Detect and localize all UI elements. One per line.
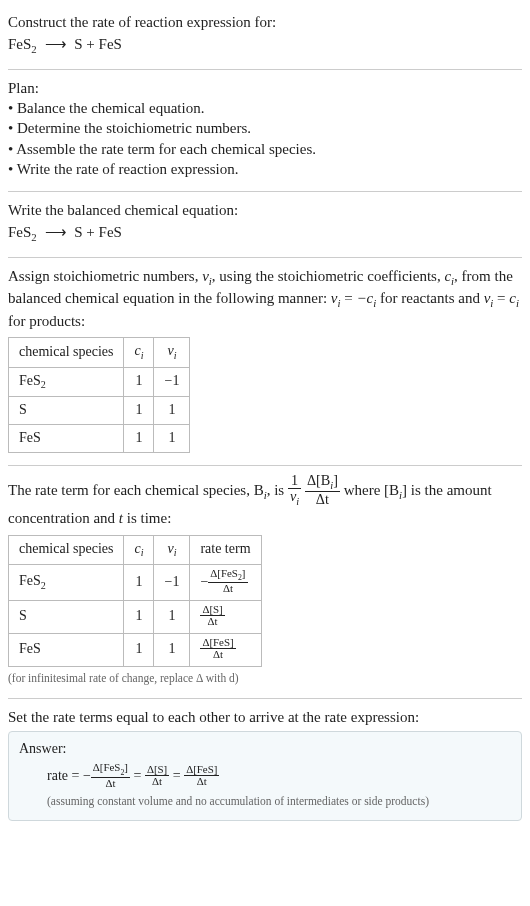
reaction-arrow-icon: ⟶ <box>41 36 71 52</box>
plan-item: • Write the rate of reaction expression. <box>8 159 522 179</box>
plus-sign: + <box>86 224 94 240</box>
plan-item: • Determine the stoichiometric numbers. <box>8 118 522 138</box>
cell-nui: −1 <box>154 565 190 601</box>
fraction-one-over-nu: 1 νi <box>288 473 301 508</box>
col-rate: rate term <box>190 535 261 564</box>
cell-nui: 1 <box>154 600 190 633</box>
plan-list: • Balance the chemical equation. • Deter… <box>8 98 522 179</box>
cell-ci: 1 <box>124 565 154 601</box>
rate-fraction: Δ[S] Δt <box>145 764 169 788</box>
stoich-section: Assign stoichiometric numbers, νi, using… <box>8 260 522 463</box>
cell-ci: 1 <box>124 424 154 452</box>
reactant-fes2: FeS2 <box>8 36 37 52</box>
balance-heading: Write the balanced chemical equation: <box>8 200 522 220</box>
col-ci: ci <box>124 338 154 367</box>
reactant-fes2: FeS2 <box>8 224 37 240</box>
cell-species: FeS2 <box>9 367 124 396</box>
reaction-arrow-icon: ⟶ <box>41 224 71 240</box>
divider <box>8 257 522 258</box>
cell-ci: 1 <box>124 367 154 396</box>
cell-species: FeS <box>9 633 124 666</box>
cell-species: S <box>9 600 124 633</box>
rate-fraction: Δ[FeS] Δt <box>184 764 219 788</box>
cell-nui: 1 <box>154 397 190 425</box>
cell-ci: 1 <box>124 600 154 633</box>
cell-rateterm: − Δ[FeS2] Δt <box>190 565 261 601</box>
divider <box>8 698 522 699</box>
col-nui: νi <box>154 338 190 367</box>
rateterm-footnote: (for infinitesimal rate of change, repla… <box>8 671 522 687</box>
product-fes: FeS <box>99 224 122 240</box>
cell-species: S <box>9 397 124 425</box>
plan-item: • Assemble the rate term for each chemic… <box>8 139 522 159</box>
plan-section: Plan: • Balance the chemical equation. •… <box>8 72 522 189</box>
answer-label: Answer: <box>19 740 511 759</box>
stoich-table: chemical species ci νi FeS2 1 −1 S 1 1 F… <box>8 337 190 453</box>
col-species: chemical species <box>9 535 124 564</box>
table-row: S 1 1 <box>9 397 190 425</box>
table-row: FeS2 1 −1 <box>9 367 190 396</box>
table-row: FeS2 1 −1 − Δ[FeS2] Δt <box>9 565 262 601</box>
divider <box>8 191 522 192</box>
product-s: S <box>74 36 82 52</box>
rate-fraction: Δ[FeS2] Δt <box>208 568 247 595</box>
cell-species: FeS <box>9 424 124 452</box>
divider <box>8 465 522 466</box>
cell-rateterm: Δ[FeS] Δt <box>190 633 261 666</box>
final-section: Set the rate terms equal to each other t… <box>8 701 522 831</box>
plan-heading: Plan: <box>8 78 522 98</box>
prompt-equation: FeS2 ⟶ S + FeS <box>8 34 522 57</box>
table-row: FeS 1 1 <box>9 424 190 452</box>
table-row: S 1 1 Δ[S] Δt <box>9 600 262 633</box>
rateterm-section: The rate term for each chemical species,… <box>8 468 522 696</box>
rateterm-table: chemical species ci νi rate term FeS2 1 … <box>8 535 262 667</box>
answer-box: Answer: rate = − Δ[FeS2] Δt = Δ[S] Δt = … <box>8 731 522 820</box>
balance-section: Write the balanced chemical equation: Fe… <box>8 194 522 255</box>
table-header-row: chemical species ci νi <box>9 338 190 367</box>
col-species: chemical species <box>9 338 124 367</box>
table-header-row: chemical species ci νi rate term <box>9 535 262 564</box>
cell-ci: 1 <box>124 633 154 666</box>
product-s: S <box>74 224 82 240</box>
cell-nui: 1 <box>154 633 190 666</box>
rate-fraction: Δ[FeS] Δt <box>200 637 235 661</box>
cell-nui: 1 <box>154 424 190 452</box>
cell-nui: −1 <box>154 367 190 396</box>
col-ci: ci <box>124 535 154 564</box>
balanced-equation: FeS2 ⟶ S + FeS <box>8 222 522 245</box>
fraction-dbi-dt: Δ[Bi] Δt <box>305 473 340 508</box>
plan-item: • Balance the chemical equation. <box>8 98 522 118</box>
rate-fraction: Δ[FeS2] Δt <box>91 762 130 789</box>
rate-expression: rate = − Δ[FeS2] Δt = Δ[S] Δt = Δ[FeS] Δ… <box>19 763 511 790</box>
answer-assumption: (assuming constant volume and no accumul… <box>19 794 511 810</box>
cell-ci: 1 <box>124 397 154 425</box>
product-fes: FeS <box>99 36 122 52</box>
rateterm-intro: The rate term for each chemical species,… <box>8 474 522 529</box>
rate-fraction: Δ[S] Δt <box>200 604 224 628</box>
stoich-intro: Assign stoichiometric numbers, νi, using… <box>8 266 522 331</box>
cell-species: FeS2 <box>9 565 124 601</box>
final-heading: Set the rate terms equal to each other t… <box>8 707 522 727</box>
prompt-line1: Construct the rate of reaction expressio… <box>8 12 522 32</box>
table-row: FeS 1 1 Δ[FeS] Δt <box>9 633 262 666</box>
col-nui: νi <box>154 535 190 564</box>
cell-rateterm: Δ[S] Δt <box>190 600 261 633</box>
prompt-section: Construct the rate of reaction expressio… <box>8 6 522 67</box>
plus-sign: + <box>86 36 94 52</box>
divider <box>8 69 522 70</box>
